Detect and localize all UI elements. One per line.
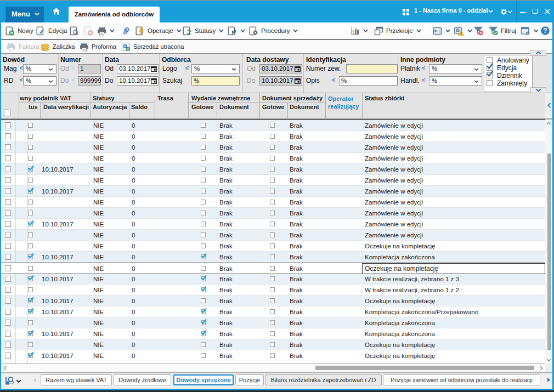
svg-text:?: ?: [543, 27, 547, 35]
